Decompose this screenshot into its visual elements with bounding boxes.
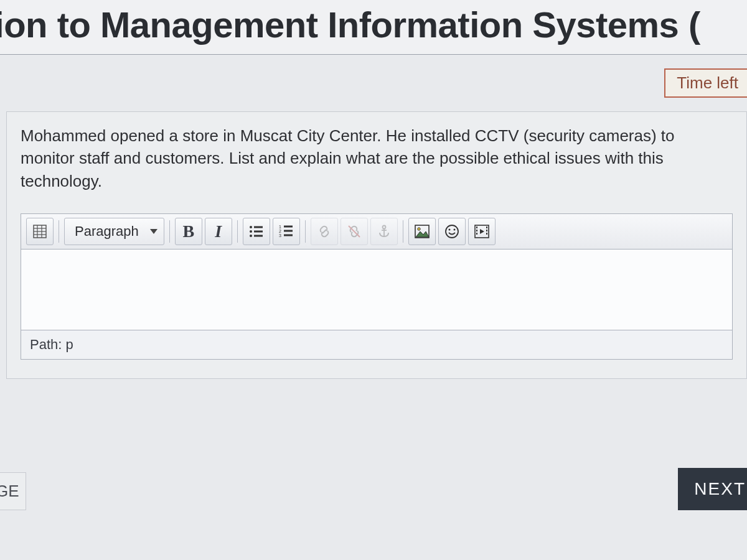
question-text: Mohammed opened a store in Muscat City C… bbox=[21, 124, 733, 192]
media-icon bbox=[474, 225, 489, 238]
anchor-icon bbox=[377, 225, 391, 238]
svg-point-8 bbox=[250, 230, 252, 233]
bold-icon: B bbox=[182, 222, 194, 241]
bullet-list-icon bbox=[249, 225, 264, 238]
anchor-button[interactable] bbox=[370, 218, 398, 245]
toolbar-separator bbox=[59, 220, 59, 243]
svg-text:1: 1 bbox=[279, 225, 281, 229]
svg-rect-13 bbox=[284, 226, 293, 228]
toggle-toolbar-button[interactable] bbox=[26, 218, 54, 245]
timer-row: Time left bbox=[0, 55, 747, 111]
svg-rect-15 bbox=[284, 230, 293, 232]
svg-rect-30 bbox=[476, 233, 477, 235]
svg-rect-32 bbox=[486, 230, 487, 231]
svg-point-6 bbox=[250, 226, 252, 228]
previous-page-button[interactable]: GE bbox=[0, 472, 26, 510]
image-icon bbox=[415, 225, 430, 238]
svg-rect-29 bbox=[476, 230, 477, 231]
unlink-button[interactable] bbox=[341, 218, 368, 245]
format-select-label: Paragraph bbox=[75, 223, 139, 240]
italic-button[interactable]: I bbox=[205, 218, 232, 245]
svg-point-24 bbox=[446, 225, 458, 238]
chevron-down-icon bbox=[150, 229, 157, 234]
toolbar-separator bbox=[305, 220, 306, 243]
time-left-box: Time left bbox=[664, 68, 747, 98]
editor-toolbar: Paragraph B I bbox=[21, 214, 732, 250]
svg-rect-9 bbox=[254, 231, 263, 233]
editor-path-bar: Path: p bbox=[21, 330, 732, 359]
svg-rect-7 bbox=[254, 226, 263, 228]
toolbar-separator bbox=[237, 220, 238, 243]
page-title: ction to Management Information Systems … bbox=[0, 4, 747, 45]
unlink-icon bbox=[347, 224, 362, 239]
format-select[interactable]: Paragraph bbox=[64, 218, 164, 245]
svg-point-23 bbox=[418, 228, 420, 230]
grid-icon bbox=[33, 225, 47, 238]
editor-content-area[interactable] bbox=[21, 250, 732, 330]
bold-button[interactable]: B bbox=[175, 218, 202, 245]
svg-rect-28 bbox=[476, 226, 477, 228]
link-button[interactable] bbox=[311, 218, 338, 245]
smiley-icon bbox=[444, 224, 459, 239]
svg-rect-33 bbox=[486, 233, 487, 235]
italic-icon: I bbox=[215, 222, 222, 241]
insert-media-button[interactable] bbox=[468, 218, 496, 245]
bullet-list-button[interactable] bbox=[243, 218, 270, 245]
numbered-list-icon: 1 2 3 bbox=[279, 225, 294, 238]
svg-rect-31 bbox=[486, 226, 487, 228]
svg-point-26 bbox=[453, 229, 455, 231]
svg-rect-11 bbox=[254, 235, 263, 237]
svg-point-10 bbox=[250, 235, 252, 237]
svg-text:2: 2 bbox=[279, 229, 281, 233]
toolbar-separator bbox=[403, 220, 403, 243]
svg-text:3: 3 bbox=[279, 233, 281, 238]
next-page-button[interactable]: NEXT bbox=[678, 468, 747, 510]
insert-image-button[interactable] bbox=[408, 218, 436, 245]
svg-point-19 bbox=[382, 226, 385, 229]
link-icon bbox=[317, 224, 332, 239]
svg-rect-17 bbox=[284, 235, 293, 236]
rich-text-editor: Paragraph B I bbox=[21, 213, 733, 360]
question-panel: Mohammed opened a store in Muscat City C… bbox=[6, 111, 747, 379]
nav-row: GE NEXT bbox=[0, 468, 747, 510]
svg-point-25 bbox=[448, 229, 450, 231]
numbered-list-button[interactable]: 1 2 3 bbox=[273, 218, 300, 245]
toolbar-separator bbox=[169, 220, 170, 243]
page-header: ction to Management Information Systems … bbox=[0, 0, 747, 55]
insert-emoji-button[interactable] bbox=[438, 218, 466, 245]
